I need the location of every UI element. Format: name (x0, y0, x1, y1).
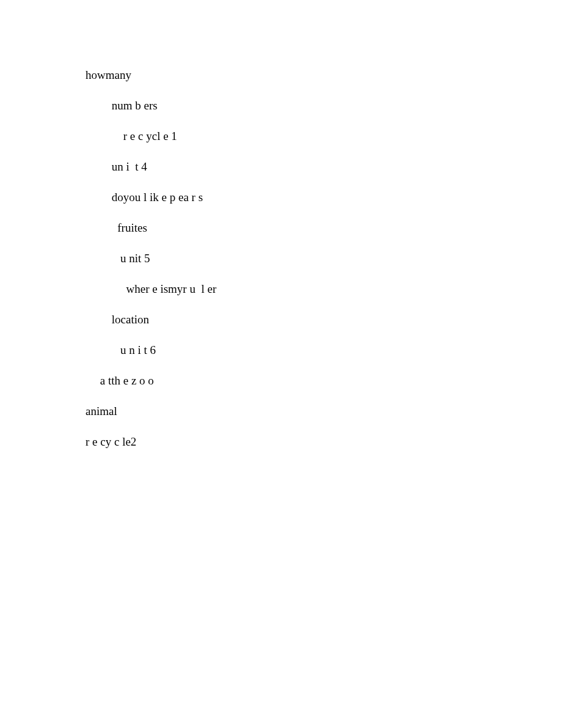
text-line: fruites (86, 221, 562, 235)
text-line: doyou l ik e p ea r s (86, 191, 562, 204)
text-line: u nit 5 (86, 252, 562, 265)
text-line: un i t 4 (86, 160, 562, 174)
text-line: r e cy c le2 (86, 435, 562, 449)
text-line: r e c ycl e 1 (86, 130, 562, 143)
text-line: animal (86, 405, 562, 418)
text-line: howmany (86, 68, 562, 82)
text-line: a tth e z o o (86, 374, 562, 388)
text-line: location (86, 313, 562, 326)
text-line: u n i t 6 (86, 344, 562, 357)
text-line: wher e ismyr u l er (86, 282, 562, 296)
text-line: num b ers (86, 99, 562, 112)
document-content: howmany num b ers r e c ycl e 1 un i t 4… (86, 68, 562, 449)
